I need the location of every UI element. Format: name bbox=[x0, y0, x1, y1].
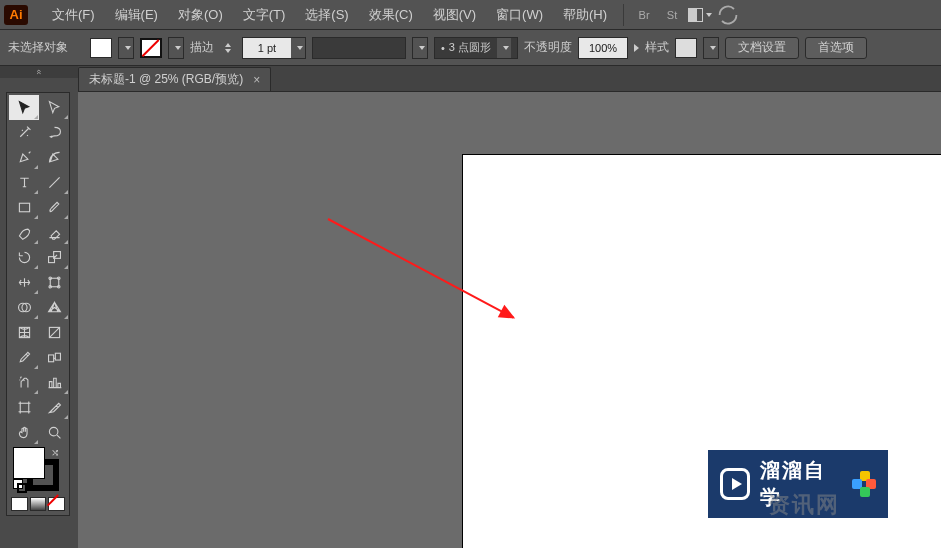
free-transform-tool[interactable] bbox=[39, 270, 69, 295]
opacity-input[interactable] bbox=[579, 38, 627, 58]
bridge-button[interactable]: Br bbox=[632, 4, 656, 26]
mesh-tool[interactable] bbox=[9, 320, 39, 345]
type-tool[interactable] bbox=[9, 170, 39, 195]
graphic-style-swatch[interactable] bbox=[675, 38, 697, 58]
svg-rect-12 bbox=[48, 355, 53, 362]
document-setup-button[interactable]: 文档设置 bbox=[725, 37, 799, 59]
chevron-down-icon bbox=[175, 46, 181, 50]
chevron-down-icon bbox=[297, 46, 303, 50]
graphic-style-dropdown[interactable] bbox=[703, 37, 719, 59]
menu-window[interactable]: 窗口(W) bbox=[486, 0, 553, 30]
watermark-sub: 资讯网 bbox=[768, 490, 840, 520]
document-tab-title: 未标题-1 @ 25% (RGB/预览) bbox=[89, 71, 243, 88]
stroke-weight-stepper[interactable] bbox=[220, 37, 236, 59]
play-icon bbox=[720, 468, 750, 500]
line-segment-tool[interactable] bbox=[39, 170, 69, 195]
color-mode-solid[interactable] bbox=[11, 497, 28, 511]
perspective-grid-tool[interactable] bbox=[39, 295, 69, 320]
chevron-down-icon bbox=[503, 46, 509, 50]
shape-builder-tool[interactable] bbox=[9, 295, 39, 320]
selection-status: 未选择对象 bbox=[8, 39, 68, 56]
color-mode-none[interactable] bbox=[48, 497, 65, 511]
toolbox: ⤭ bbox=[6, 92, 70, 516]
chevron-down-icon bbox=[125, 46, 131, 50]
slice-tool[interactable] bbox=[39, 395, 69, 420]
opacity-label[interactable]: 不透明度 bbox=[524, 39, 572, 56]
stroke-weight-input[interactable] bbox=[243, 38, 291, 58]
stroke-swatch[interactable] bbox=[140, 38, 162, 58]
stroke-weight-field[interactable] bbox=[242, 37, 306, 59]
width-tool[interactable] bbox=[9, 270, 39, 295]
symbol-sprayer-tool[interactable] bbox=[9, 370, 39, 395]
artboard-tool[interactable] bbox=[9, 395, 39, 420]
eraser-tool[interactable] bbox=[39, 220, 69, 245]
canvas-area[interactable]: 溜溜自学 资讯网 bbox=[78, 92, 941, 548]
chevron-down-icon bbox=[706, 13, 712, 17]
svg-rect-14 bbox=[20, 403, 29, 412]
color-mode-gradient[interactable] bbox=[30, 497, 47, 511]
chevron-down-icon bbox=[419, 46, 425, 50]
svg-rect-0 bbox=[19, 203, 29, 212]
fill-color-box[interactable] bbox=[13, 447, 45, 479]
default-fill-stroke-icon[interactable] bbox=[13, 479, 27, 493]
menu-bar: Ai 文件(F) 编辑(E) 对象(O) 文字(T) 选择(S) 效果(C) 视… bbox=[0, 0, 941, 30]
menu-object[interactable]: 对象(O) bbox=[168, 0, 233, 30]
variable-width-profile[interactable] bbox=[312, 37, 406, 59]
column-graph-tool[interactable] bbox=[39, 370, 69, 395]
selection-tool[interactable] bbox=[9, 95, 39, 120]
document-tab[interactable]: 未标题-1 @ 25% (RGB/预览) × bbox=[78, 67, 271, 91]
brush-definition-value: 3 点圆形 bbox=[449, 40, 491, 55]
curvature-tool[interactable] bbox=[39, 145, 69, 170]
fill-swatch[interactable] bbox=[90, 38, 112, 58]
swap-fill-stroke-icon[interactable]: ⤭ bbox=[51, 447, 59, 458]
pen-tool[interactable] bbox=[9, 145, 39, 170]
close-tab-button[interactable]: × bbox=[253, 73, 260, 87]
layout-icon bbox=[688, 8, 703, 22]
opacity-more-icon[interactable] bbox=[634, 44, 639, 52]
double-chevron-icon: « bbox=[34, 69, 44, 74]
menu-help[interactable]: 帮助(H) bbox=[553, 0, 617, 30]
sync-icon[interactable] bbox=[716, 4, 740, 26]
app-logo: Ai bbox=[4, 5, 28, 25]
rectangle-tool[interactable] bbox=[9, 195, 39, 220]
svg-rect-13 bbox=[55, 353, 60, 360]
gradient-tool[interactable] bbox=[39, 320, 69, 345]
stock-button[interactable]: St bbox=[660, 4, 684, 26]
chevron-down-icon bbox=[710, 46, 716, 50]
eyedropper-tool[interactable] bbox=[9, 345, 39, 370]
color-mode-row bbox=[9, 495, 67, 513]
menu-select[interactable]: 选择(S) bbox=[295, 0, 358, 30]
menu-edit[interactable]: 编辑(E) bbox=[105, 0, 168, 30]
menu-file[interactable]: 文件(F) bbox=[42, 0, 105, 30]
scale-tool[interactable] bbox=[39, 245, 69, 270]
opacity-field[interactable] bbox=[578, 37, 628, 59]
blend-tool[interactable] bbox=[39, 345, 69, 370]
svg-point-15 bbox=[49, 427, 58, 436]
style-label[interactable]: 样式 bbox=[645, 39, 669, 56]
fill-dropdown[interactable] bbox=[118, 37, 134, 59]
workspace-layout-button[interactable] bbox=[688, 4, 712, 26]
menu-effect[interactable]: 效果(C) bbox=[359, 0, 423, 30]
paintbrush-tool[interactable] bbox=[39, 195, 69, 220]
direct-selection-tool[interactable] bbox=[39, 95, 69, 120]
fill-stroke-indicator[interactable]: ⤭ bbox=[11, 447, 65, 493]
variable-width-dropdown[interactable] bbox=[412, 37, 428, 59]
control-bar: 未选择对象 描边 • 3 点圆形 不透明度 样式 文档设置 首选项 bbox=[0, 30, 941, 66]
lasso-tool[interactable] bbox=[39, 120, 69, 145]
divider bbox=[623, 4, 624, 26]
toolbox-collapse-toggle[interactable]: « bbox=[0, 66, 78, 78]
preferences-button[interactable]: 首选项 bbox=[805, 37, 867, 59]
rotate-tool[interactable] bbox=[9, 245, 39, 270]
stroke-label[interactable]: 描边 bbox=[190, 39, 214, 56]
zoom-tool[interactable] bbox=[39, 420, 69, 445]
menu-type[interactable]: 文字(T) bbox=[233, 0, 296, 30]
magic-wand-tool[interactable] bbox=[9, 120, 39, 145]
document-tabstrip: 未标题-1 @ 25% (RGB/预览) × bbox=[78, 66, 941, 92]
stroke-dropdown[interactable] bbox=[168, 37, 184, 59]
brush-definition[interactable]: • 3 点圆形 bbox=[434, 37, 518, 59]
hand-tool[interactable] bbox=[9, 420, 39, 445]
flower-icon bbox=[852, 471, 876, 497]
menu-view[interactable]: 视图(V) bbox=[423, 0, 486, 30]
shaper-tool[interactable] bbox=[9, 220, 39, 245]
